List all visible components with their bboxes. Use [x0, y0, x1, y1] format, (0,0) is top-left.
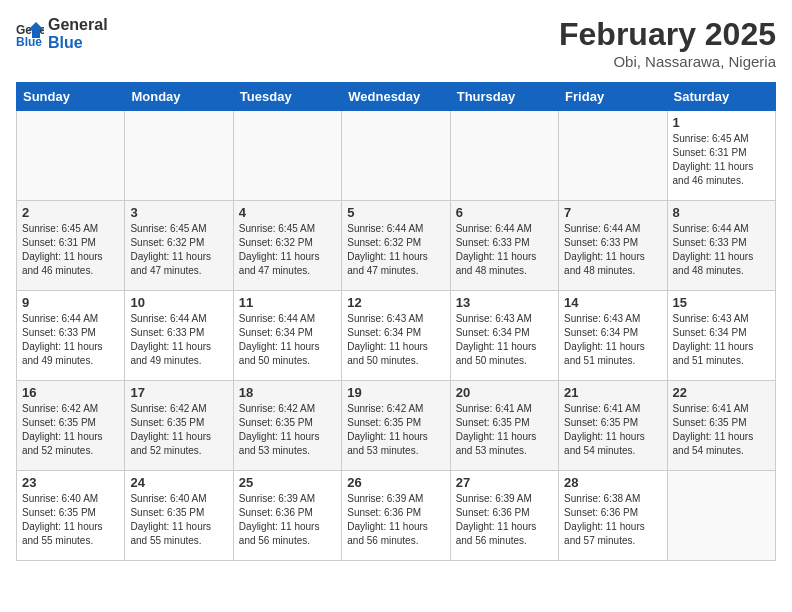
day-number: 9	[22, 295, 119, 310]
day-header-sunday: Sunday	[17, 83, 125, 111]
calendar-cell: 22Sunrise: 6:41 AM Sunset: 6:35 PM Dayli…	[667, 381, 775, 471]
calendar-cell: 24Sunrise: 6:40 AM Sunset: 6:35 PM Dayli…	[125, 471, 233, 561]
day-info: Sunrise: 6:44 AM Sunset: 6:33 PM Dayligh…	[564, 222, 661, 278]
day-info: Sunrise: 6:39 AM Sunset: 6:36 PM Dayligh…	[456, 492, 553, 548]
day-info: Sunrise: 6:39 AM Sunset: 6:36 PM Dayligh…	[239, 492, 336, 548]
day-info: Sunrise: 6:38 AM Sunset: 6:36 PM Dayligh…	[564, 492, 661, 548]
day-number: 1	[673, 115, 770, 130]
calendar-cell: 4Sunrise: 6:45 AM Sunset: 6:32 PM Daylig…	[233, 201, 341, 291]
calendar-cell: 2Sunrise: 6:45 AM Sunset: 6:31 PM Daylig…	[17, 201, 125, 291]
logo-text-blue: Blue	[48, 34, 108, 52]
calendar-cell	[559, 111, 667, 201]
calendar-week-2: 2Sunrise: 6:45 AM Sunset: 6:31 PM Daylig…	[17, 201, 776, 291]
day-number: 23	[22, 475, 119, 490]
day-info: Sunrise: 6:45 AM Sunset: 6:32 PM Dayligh…	[130, 222, 227, 278]
calendar-cell: 19Sunrise: 6:42 AM Sunset: 6:35 PM Dayli…	[342, 381, 450, 471]
calendar-cell: 1Sunrise: 6:45 AM Sunset: 6:31 PM Daylig…	[667, 111, 775, 201]
day-number: 6	[456, 205, 553, 220]
calendar-cell	[667, 471, 775, 561]
day-number: 2	[22, 205, 119, 220]
calendar-cell: 3Sunrise: 6:45 AM Sunset: 6:32 PM Daylig…	[125, 201, 233, 291]
day-number: 15	[673, 295, 770, 310]
logo-icon: General Blue	[16, 20, 44, 48]
day-number: 11	[239, 295, 336, 310]
day-info: Sunrise: 6:43 AM Sunset: 6:34 PM Dayligh…	[673, 312, 770, 368]
calendar-cell: 27Sunrise: 6:39 AM Sunset: 6:36 PM Dayli…	[450, 471, 558, 561]
day-info: Sunrise: 6:44 AM Sunset: 6:33 PM Dayligh…	[130, 312, 227, 368]
day-info: Sunrise: 6:40 AM Sunset: 6:35 PM Dayligh…	[22, 492, 119, 548]
day-info: Sunrise: 6:44 AM Sunset: 6:34 PM Dayligh…	[239, 312, 336, 368]
calendar-table: SundayMondayTuesdayWednesdayThursdayFrid…	[16, 82, 776, 561]
calendar-header: SundayMondayTuesdayWednesdayThursdayFrid…	[17, 83, 776, 111]
day-info: Sunrise: 6:40 AM Sunset: 6:35 PM Dayligh…	[130, 492, 227, 548]
calendar-cell: 20Sunrise: 6:41 AM Sunset: 6:35 PM Dayli…	[450, 381, 558, 471]
calendar-cell: 15Sunrise: 6:43 AM Sunset: 6:34 PM Dayli…	[667, 291, 775, 381]
logo: General Blue General Blue	[16, 16, 108, 51]
calendar-cell	[125, 111, 233, 201]
day-info: Sunrise: 6:41 AM Sunset: 6:35 PM Dayligh…	[456, 402, 553, 458]
day-info: Sunrise: 6:42 AM Sunset: 6:35 PM Dayligh…	[22, 402, 119, 458]
day-header-monday: Monday	[125, 83, 233, 111]
day-info: Sunrise: 6:44 AM Sunset: 6:32 PM Dayligh…	[347, 222, 444, 278]
day-number: 12	[347, 295, 444, 310]
calendar-title: February 2025	[559, 16, 776, 53]
day-number: 16	[22, 385, 119, 400]
day-number: 3	[130, 205, 227, 220]
calendar-cell: 5Sunrise: 6:44 AM Sunset: 6:32 PM Daylig…	[342, 201, 450, 291]
day-number: 5	[347, 205, 444, 220]
calendar-cell: 16Sunrise: 6:42 AM Sunset: 6:35 PM Dayli…	[17, 381, 125, 471]
day-number: 27	[456, 475, 553, 490]
calendar-cell: 21Sunrise: 6:41 AM Sunset: 6:35 PM Dayli…	[559, 381, 667, 471]
day-info: Sunrise: 6:45 AM Sunset: 6:32 PM Dayligh…	[239, 222, 336, 278]
day-info: Sunrise: 6:43 AM Sunset: 6:34 PM Dayligh…	[564, 312, 661, 368]
calendar-week-3: 9Sunrise: 6:44 AM Sunset: 6:33 PM Daylig…	[17, 291, 776, 381]
calendar-cell: 8Sunrise: 6:44 AM Sunset: 6:33 PM Daylig…	[667, 201, 775, 291]
day-info: Sunrise: 6:43 AM Sunset: 6:34 PM Dayligh…	[347, 312, 444, 368]
day-number: 10	[130, 295, 227, 310]
day-header-saturday: Saturday	[667, 83, 775, 111]
calendar-cell: 10Sunrise: 6:44 AM Sunset: 6:33 PM Dayli…	[125, 291, 233, 381]
day-info: Sunrise: 6:42 AM Sunset: 6:35 PM Dayligh…	[239, 402, 336, 458]
header: General Blue General Blue February 2025 …	[16, 16, 776, 70]
logo-text-general: General	[48, 16, 108, 34]
day-number: 28	[564, 475, 661, 490]
calendar-cell: 6Sunrise: 6:44 AM Sunset: 6:33 PM Daylig…	[450, 201, 558, 291]
calendar-cell	[17, 111, 125, 201]
calendar-cell: 17Sunrise: 6:42 AM Sunset: 6:35 PM Dayli…	[125, 381, 233, 471]
day-number: 13	[456, 295, 553, 310]
day-info: Sunrise: 6:41 AM Sunset: 6:35 PM Dayligh…	[564, 402, 661, 458]
day-info: Sunrise: 6:42 AM Sunset: 6:35 PM Dayligh…	[130, 402, 227, 458]
day-number: 18	[239, 385, 336, 400]
day-number: 4	[239, 205, 336, 220]
day-number: 26	[347, 475, 444, 490]
day-info: Sunrise: 6:43 AM Sunset: 6:34 PM Dayligh…	[456, 312, 553, 368]
calendar-cell: 23Sunrise: 6:40 AM Sunset: 6:35 PM Dayli…	[17, 471, 125, 561]
calendar-cell: 18Sunrise: 6:42 AM Sunset: 6:35 PM Dayli…	[233, 381, 341, 471]
day-info: Sunrise: 6:45 AM Sunset: 6:31 PM Dayligh…	[673, 132, 770, 188]
calendar-body: 1Sunrise: 6:45 AM Sunset: 6:31 PM Daylig…	[17, 111, 776, 561]
day-number: 21	[564, 385, 661, 400]
calendar-cell: 28Sunrise: 6:38 AM Sunset: 6:36 PM Dayli…	[559, 471, 667, 561]
day-info: Sunrise: 6:44 AM Sunset: 6:33 PM Dayligh…	[673, 222, 770, 278]
day-number: 20	[456, 385, 553, 400]
day-number: 14	[564, 295, 661, 310]
day-header-thursday: Thursday	[450, 83, 558, 111]
day-number: 25	[239, 475, 336, 490]
calendar-week-5: 23Sunrise: 6:40 AM Sunset: 6:35 PM Dayli…	[17, 471, 776, 561]
day-number: 24	[130, 475, 227, 490]
calendar-week-4: 16Sunrise: 6:42 AM Sunset: 6:35 PM Dayli…	[17, 381, 776, 471]
day-info: Sunrise: 6:39 AM Sunset: 6:36 PM Dayligh…	[347, 492, 444, 548]
day-number: 22	[673, 385, 770, 400]
day-number: 8	[673, 205, 770, 220]
title-area: February 2025 Obi, Nassarawa, Nigeria	[559, 16, 776, 70]
calendar-cell: 25Sunrise: 6:39 AM Sunset: 6:36 PM Dayli…	[233, 471, 341, 561]
calendar-cell: 11Sunrise: 6:44 AM Sunset: 6:34 PM Dayli…	[233, 291, 341, 381]
header-row: SundayMondayTuesdayWednesdayThursdayFrid…	[17, 83, 776, 111]
day-header-friday: Friday	[559, 83, 667, 111]
calendar-cell	[450, 111, 558, 201]
calendar-cell: 7Sunrise: 6:44 AM Sunset: 6:33 PM Daylig…	[559, 201, 667, 291]
day-info: Sunrise: 6:45 AM Sunset: 6:31 PM Dayligh…	[22, 222, 119, 278]
calendar-subtitle: Obi, Nassarawa, Nigeria	[559, 53, 776, 70]
day-number: 7	[564, 205, 661, 220]
day-header-wednesday: Wednesday	[342, 83, 450, 111]
